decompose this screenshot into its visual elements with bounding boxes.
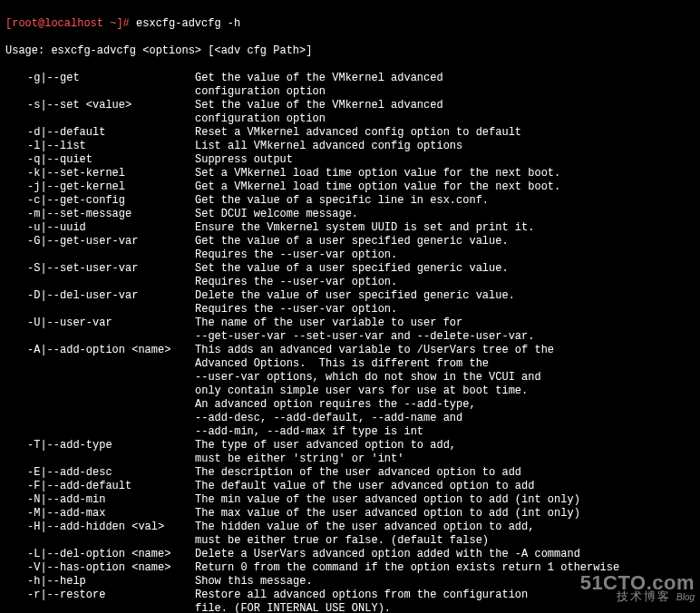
option-row: -D|--del-user-varDelete the value of use… — [5, 289, 695, 303]
option-row: configuration option — [5, 85, 695, 99]
option-desc: Reset a VMkernel advanced config option … — [195, 126, 521, 140]
option-desc: must be either 'string' or 'int' — [195, 452, 403, 466]
option-desc: Set the value of the VMkernel advanced — [195, 99, 443, 112]
terminal-output: [root@localhost ~]# esxcfg-advcfg -h Usa… — [0, 0, 700, 613]
option-row: -k|--set-kernelSet a VMkernel load time … — [5, 167, 695, 180]
option-flag: -h|--help — [27, 575, 195, 589]
option-row: --user-var options, which do not show in… — [5, 371, 695, 384]
option-flag: -q|--quiet — [27, 153, 195, 167]
option-row: -G|--get-user-varGet the value of a user… — [5, 235, 695, 248]
option-desc: The description of the user advanced opt… — [195, 466, 521, 480]
option-desc: The name of the user variable to user fo… — [195, 316, 462, 330]
option-desc: The max value of the user advanced optio… — [195, 507, 580, 521]
option-desc: An advanced option requires the --add-ty… — [195, 398, 476, 412]
option-flag: -G|--get-user-var — [27, 235, 195, 248]
option-flag: -c|--get-config — [27, 194, 195, 208]
option-row: -q|--quietSuppress output — [5, 153, 695, 167]
option-desc: Show this message. — [195, 575, 313, 589]
option-desc: Advanced Options. This is different from… — [195, 357, 489, 371]
option-row: must be either true or false. (default f… — [5, 534, 695, 548]
option-row: -u|--uuidEnsure the Vmkernel system UUID… — [5, 221, 695, 235]
option-desc: Delete the value of user specified gener… — [195, 289, 515, 303]
option-flag: -N|--add-min — [27, 493, 195, 507]
option-flag: -A|--add-option <name> — [27, 344, 195, 357]
option-row: -M|--add-maxThe max value of the user ad… — [5, 507, 695, 521]
option-row: An advanced option requires the --add-ty… — [5, 398, 695, 412]
option-desc: Requires the --user-var option. — [195, 276, 397, 289]
option-desc: Get the value of a user specified generi… — [195, 235, 509, 248]
option-desc: Set the value of a user specified generi… — [195, 262, 509, 276]
option-desc: Set a VMkernel load time option value fo… — [195, 167, 560, 180]
option-desc: Suppress output — [195, 153, 293, 167]
option-desc: This adds an advanced variable to /UserV… — [195, 344, 554, 357]
option-desc: The default value of the user advanced o… — [195, 480, 534, 493]
option-row: Requires the --user-var option. — [5, 276, 695, 289]
option-flag: -V|--has-option <name> — [27, 561, 195, 575]
watermark-blog: Blog — [676, 592, 695, 602]
option-row: -U|--user-varThe name of the user variab… — [5, 316, 695, 330]
option-flag: -T|--add-type — [27, 439, 195, 452]
option-row: -s|--set <value>Set the value of the VMk… — [5, 99, 695, 112]
option-desc: only contain simple user vars for use at… — [195, 384, 528, 398]
option-desc: List all VMkernel advanced config option… — [195, 140, 462, 153]
option-flag: -E|--add-desc — [27, 466, 195, 480]
option-flag: -l|--list — [27, 140, 195, 153]
option-desc: configuration option — [195, 85, 326, 99]
option-flag: -M|--add-max — [27, 507, 195, 521]
option-row: --add-desc, --add-default, --add-name an… — [5, 412, 695, 425]
option-desc: The type of user advanced option to add, — [195, 439, 456, 452]
option-desc: The hidden value of the user advanced op… — [195, 521, 534, 534]
option-flag: -j|--get-kernel — [27, 180, 195, 194]
option-desc: --add-min, --add-max if type is int — [195, 425, 423, 439]
option-row: --get-user-var --set-user-var and --dele… — [5, 330, 695, 344]
option-desc: must be either true or false. (default f… — [195, 534, 489, 548]
option-desc: Get the value of a specific line in esx.… — [195, 194, 489, 208]
option-desc: --add-desc, --add-default, --add-name an… — [195, 412, 462, 425]
option-row: -S|--set-user-varSet the value of a user… — [5, 262, 695, 276]
option-desc: The min value of the user advanced optio… — [195, 493, 580, 507]
option-desc: configuration option — [195, 112, 326, 126]
option-desc: Requires the --user-var option. — [195, 248, 397, 262]
option-row: -F|--add-defaultThe default value of the… — [5, 480, 695, 493]
watermark-sub: 技术博客 — [617, 589, 671, 603]
option-row: -j|--get-kernelGet a VMkernel load time … — [5, 180, 695, 194]
option-row: -m|--set-messageSet DCUI welcome message… — [5, 208, 695, 221]
option-desc: Ensure the Vmkernel system UUID is set a… — [195, 221, 534, 235]
option-desc: Get the value of the VMkernel advanced — [195, 72, 443, 85]
option-flag: -U|--user-var — [27, 316, 195, 330]
watermark: 51CTO.com 技术博客Blog — [580, 576, 695, 604]
option-desc: --get-user-var --set-user-var and --dele… — [195, 330, 534, 344]
option-row: must be either 'string' or 'int' — [5, 452, 695, 466]
option-row: -T|--add-typeThe type of user advanced o… — [5, 439, 695, 452]
option-desc: Restore all advanced options from the co… — [195, 589, 528, 602]
option-desc: Get a VMkernel load time option value fo… — [195, 180, 560, 194]
watermark-domain: 51CTO.com — [580, 576, 695, 589]
option-row: -L|--del-option <name>Delete a UserVars … — [5, 548, 695, 561]
option-row: -c|--get-configGet the value of a specif… — [5, 194, 695, 208]
option-row: --add-min, --add-max if type is int — [5, 425, 695, 439]
option-flag: -S|--set-user-var — [27, 262, 195, 276]
option-row: Requires the --user-var option. — [5, 248, 695, 262]
option-row: Requires the --user-var option. — [5, 303, 695, 316]
option-row: Advanced Options. This is different from… — [5, 357, 695, 371]
option-row: -A|--add-option <name>This adds an advan… — [5, 344, 695, 357]
option-desc: --user-var options, which do not show in… — [195, 371, 541, 384]
option-flag: -r|--restore — [27, 589, 195, 602]
option-flag: -k|--set-kernel — [27, 167, 195, 180]
options-list: -g|--getGet the value of the VMkernel ad… — [5, 72, 695, 613]
option-flag: -u|--uuid — [27, 221, 195, 235]
option-row: -N|--add-minThe min value of the user ad… — [5, 493, 695, 507]
option-desc: Set DCUI welcome message. — [195, 208, 358, 221]
prompt-line-1[interactable]: [root@localhost ~]# esxcfg-advcfg -h — [5, 17, 695, 31]
option-desc: Delete a UserVars advanced option added … — [195, 548, 580, 561]
option-flag: -H|--add-hidden <val> — [27, 521, 195, 534]
option-row: -H|--add-hidden <val>The hidden value of… — [5, 521, 695, 534]
option-flag: -g|--get — [27, 72, 195, 85]
option-row: -E|--add-descThe description of the user… — [5, 466, 695, 480]
option-flag: -L|--del-option <name> — [27, 548, 195, 561]
option-row: -g|--getGet the value of the VMkernel ad… — [5, 72, 695, 85]
option-row: only contain simple user vars for use at… — [5, 384, 695, 398]
usage-line: Usage: esxcfg-advcfg <options> [<adv cfg… — [5, 44, 695, 58]
option-row: -d|--defaultReset a VMkernel advanced co… — [5, 126, 695, 140]
command-1: esxcfg-advcfg -h — [130, 17, 240, 30]
